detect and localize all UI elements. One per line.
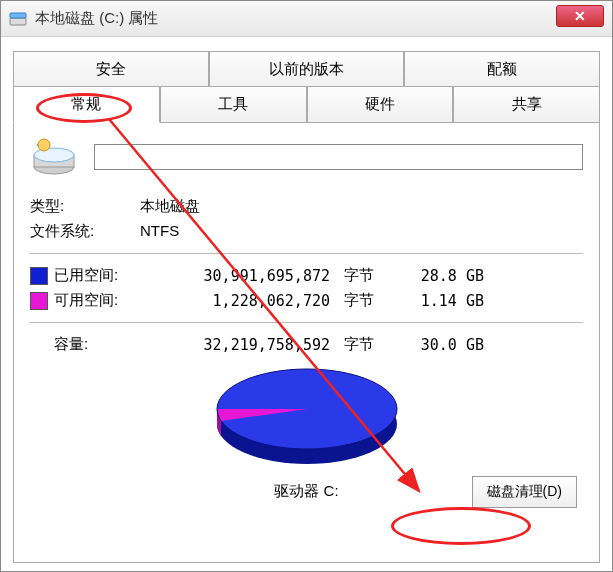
disk-cleanup-button[interactable]: 磁盘清理(D) — [472, 476, 577, 508]
content-area: 安全 以前的版本 配额 常规 工具 硬件 共享 — [1, 37, 612, 571]
fs-label: 文件系统: — [30, 222, 140, 241]
svg-point-5 — [38, 139, 50, 151]
tab-quota[interactable]: 配额 — [404, 51, 600, 87]
window-title: 本地磁盘 (C:) 属性 — [35, 9, 158, 28]
free-gb: 1.14 GB — [394, 292, 484, 310]
close-icon: ✕ — [574, 8, 586, 24]
used-label: 已用空间: — [54, 266, 154, 285]
drive-letter-label: 驱动器 C: — [274, 482, 338, 501]
drive-name-input[interactable] — [94, 144, 583, 170]
free-bytes: 1,228,062,720 — [154, 292, 344, 310]
tab-container: 安全 以前的版本 配额 常规 工具 硬件 共享 — [13, 51, 600, 563]
general-panel: 类型: 本地磁盘 文件系统: NTFS 已用空间: 30,991,695,872… — [13, 123, 600, 563]
titlebar: 本地磁盘 (C:) 属性 ✕ — [1, 1, 612, 37]
drive-header — [30, 137, 583, 177]
close-button[interactable]: ✕ — [556, 5, 604, 27]
free-swatch-icon — [30, 292, 48, 310]
divider-1 — [30, 253, 583, 254]
divider-2 — [30, 322, 583, 323]
svg-rect-1 — [10, 13, 26, 18]
drive-large-icon — [30, 137, 78, 177]
capacity-row: 容量: 32,219,758,592 字节 30.0 GB — [30, 335, 583, 354]
tab-security[interactable]: 安全 — [13, 51, 209, 87]
fs-value: NTFS — [140, 222, 583, 241]
disk-usage-pie-chart — [207, 364, 407, 474]
properties-window: 本地磁盘 (C:) 属性 ✕ 安全 以前的版本 配额 常规 工具 硬件 共享 — [0, 0, 613, 572]
capacity-label: 容量: — [30, 335, 154, 354]
used-space-row: 已用空间: 30,991,695,872 字节 28.8 GB — [30, 266, 583, 285]
used-swatch-icon — [30, 267, 48, 285]
type-label: 类型: — [30, 197, 140, 216]
tab-previous-versions[interactable]: 以前的版本 — [209, 51, 405, 87]
used-unit: 字节 — [344, 266, 394, 285]
free-unit: 字节 — [344, 291, 394, 310]
capacity-gb: 30.0 GB — [394, 336, 484, 354]
tab-sharing[interactable]: 共享 — [453, 86, 600, 123]
pie-chart-wrap — [30, 364, 583, 474]
type-value: 本地磁盘 — [140, 197, 583, 216]
capacity-bytes: 32,219,758,592 — [154, 336, 344, 354]
svg-rect-0 — [10, 18, 26, 25]
tab-hardware[interactable]: 硬件 — [307, 86, 454, 123]
type-row: 类型: 本地磁盘 — [30, 197, 583, 216]
drive-icon — [9, 10, 27, 28]
tab-tools[interactable]: 工具 — [160, 86, 307, 123]
tab-row-bottom: 常规 工具 硬件 共享 — [13, 86, 600, 123]
free-space-row: 可用空间: 1,228,062,720 字节 1.14 GB — [30, 291, 583, 310]
used-bytes: 30,991,695,872 — [154, 267, 344, 285]
capacity-unit: 字节 — [344, 335, 394, 354]
filesystem-row: 文件系统: NTFS — [30, 222, 583, 241]
tab-general[interactable]: 常规 — [13, 86, 160, 123]
bottom-row: 驱动器 C: 磁盘清理(D) — [30, 482, 583, 501]
tab-row-top: 安全 以前的版本 配额 — [13, 51, 600, 87]
free-label: 可用空间: — [54, 291, 154, 310]
used-gb: 28.8 GB — [394, 267, 484, 285]
